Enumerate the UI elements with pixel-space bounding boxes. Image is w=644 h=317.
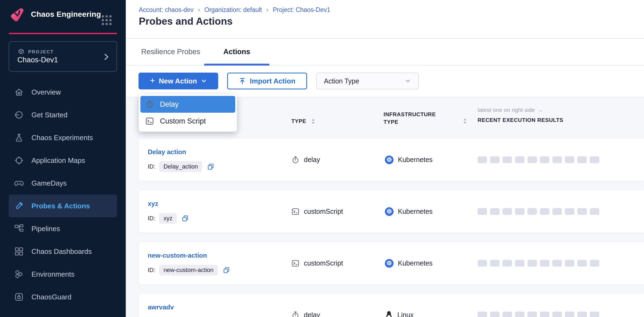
sidebar: Chaos Engineering PROJECT Chaos-Dev1 — [0, 0, 126, 317]
execution-result-placeholder — [552, 260, 562, 267]
action-type-cell: customScript — [291, 190, 343, 233]
action-type-filter[interactable]: Action Type — [316, 73, 419, 89]
execution-result-placeholder — [577, 156, 587, 163]
execution-result-placeholder — [527, 208, 537, 215]
sidebar-nav-item[interactable]: ChaosGuard — [9, 286, 117, 308]
copy-icon[interactable] — [182, 215, 189, 222]
infrastructure-cell: Linux — [385, 294, 414, 317]
sort-icon[interactable] — [463, 118, 467, 124]
execution-result-placeholder — [540, 156, 549, 163]
terminal-icon — [291, 259, 300, 267]
sidebar-nav-label: Pipelines — [31, 225, 60, 233]
home-icon — [14, 87, 24, 97]
copy-icon[interactable] — [223, 267, 230, 274]
sidebar-nav-item[interactable]: Environments — [9, 263, 117, 286]
recent-execution-results — [478, 190, 599, 233]
breadcrumb: Account: chaos-dev › Organization: defau… — [139, 6, 330, 14]
action-name-link[interactable]: new-custom-action — [148, 252, 207, 259]
terminal-icon — [291, 208, 300, 216]
execution-result-placeholder — [565, 208, 574, 215]
recent-execution-results — [478, 242, 599, 284]
probe-icon — [14, 201, 24, 211]
action-row: awrvadv delay Linux — [139, 294, 644, 317]
infrastructure-cell: ☸ Kubernetes — [385, 242, 433, 284]
execution-result-placeholder — [478, 260, 487, 267]
breadcrumb-separator-icon: › — [266, 6, 268, 14]
breadcrumb-separator-icon: › — [198, 6, 200, 14]
breadcrumb-item[interactable]: Account: chaos-dev › — [139, 6, 204, 14]
menu-item-label: Custom Script — [160, 117, 206, 125]
sidebar-nav-label: Get Started — [31, 111, 67, 119]
brand-accent-divider — [9, 33, 117, 34]
sidebar-nav: Overview Get Started Chaos Experiments — [9, 81, 117, 308]
action-name-link[interactable]: awrvadv — [148, 303, 174, 311]
execution-result-placeholder — [515, 260, 524, 267]
chevron-down-icon — [405, 78, 411, 84]
action-type-cell: customScript — [291, 242, 343, 284]
project-selector[interactable]: PROJECT Chaos-Dev1 — [9, 41, 117, 72]
chaosguard-icon — [14, 292, 24, 302]
menu-item[interactable]: Custom Script — [140, 113, 235, 130]
breadcrumb-item[interactable]: Project: Chaos-Dev1 › — [273, 6, 330, 14]
execution-result-placeholder — [503, 208, 512, 215]
action-id-value: Delay_action — [159, 161, 202, 172]
sidebar-nav-item[interactable]: Application Maps — [9, 149, 117, 172]
import-action-button[interactable]: Import Action — [227, 73, 307, 89]
execution-result-placeholder — [565, 156, 574, 163]
execution-result-placeholder — [490, 312, 500, 317]
brand: Chaos Engineering — [10, 7, 101, 22]
copy-icon[interactable] — [207, 163, 214, 170]
brand-title: Chaos Engineering — [31, 10, 101, 19]
stopwatch-icon — [291, 311, 300, 317]
stopwatch-icon — [291, 156, 300, 164]
new-action-button[interactable]: + New Action — [139, 73, 218, 89]
action-type-value: delay — [304, 311, 320, 317]
sidebar-nav-item[interactable]: Chaos Dashboards — [9, 240, 117, 263]
dashboards-icon — [14, 247, 24, 256]
sidebar-nav-item[interactable]: Overview — [9, 81, 117, 103]
infrastructure-value: Kubernetes — [398, 156, 433, 164]
sidebar-nav-label: Probes & Actions — [31, 202, 90, 210]
execution-result-placeholder — [515, 156, 524, 163]
app-switcher-grid-icon[interactable] — [102, 15, 112, 25]
execution-result-placeholder — [527, 260, 537, 267]
sidebar-nav-label: Environments — [31, 270, 75, 279]
sort-icon[interactable] — [311, 118, 315, 124]
plus-icon: + — [150, 76, 155, 86]
sidebar-nav-label: Chaos Experiments — [31, 134, 93, 142]
action-type-value: customScript — [304, 208, 343, 215]
tab-resilience-probes[interactable]: Resilience Probes — [141, 39, 200, 65]
sidebar-nav-item[interactable]: GameDays — [9, 172, 117, 195]
recent-execution-results — [478, 294, 599, 317]
kubernetes-icon: ☸ — [385, 207, 394, 216]
execution-result-placeholder — [490, 156, 500, 163]
sidebar-nav-item[interactable]: Chaos Experiments — [9, 126, 117, 149]
execution-result-placeholder — [540, 312, 549, 317]
execution-result-placeholder — [552, 312, 562, 317]
sidebar-nav-item[interactable]: Pipelines — [9, 217, 117, 240]
action-name-link[interactable]: xyz — [148, 200, 158, 208]
menu-item[interactable]: Delay — [140, 96, 235, 113]
action-type-value: delay — [304, 156, 320, 164]
id-label: ID: — [148, 215, 155, 222]
execution-result-placeholder — [527, 156, 537, 163]
execution-result-placeholder — [552, 156, 562, 163]
get-started-icon — [14, 110, 24, 120]
id-label: ID: — [148, 267, 155, 274]
terminal-icon — [145, 117, 154, 125]
sidebar-nav-item[interactable]: Probes & Actions — [9, 195, 117, 217]
sidebar-nav-label: GameDays — [31, 179, 67, 187]
action-id-value: xyz — [159, 213, 177, 224]
sidebar-nav-label: Chaos Dashboards — [31, 247, 92, 256]
execution-result-placeholder — [552, 208, 562, 215]
infrastructure-value: Linux — [397, 311, 414, 317]
breadcrumb-item[interactable]: Organization: default › — [204, 6, 273, 14]
action-name-link[interactable]: Delay action — [148, 148, 186, 156]
column-header-type: TYPE — [291, 118, 315, 124]
sidebar-nav-label: Application Maps — [31, 156, 85, 165]
infrastructure-cell: ☸ Kubernetes — [385, 190, 433, 233]
tab-actions[interactable]: Actions — [204, 39, 269, 65]
sidebar-nav-item[interactable]: Get Started — [9, 103, 117, 126]
flask-icon — [14, 133, 24, 143]
action-id-line: ID: xyz — [148, 213, 189, 224]
